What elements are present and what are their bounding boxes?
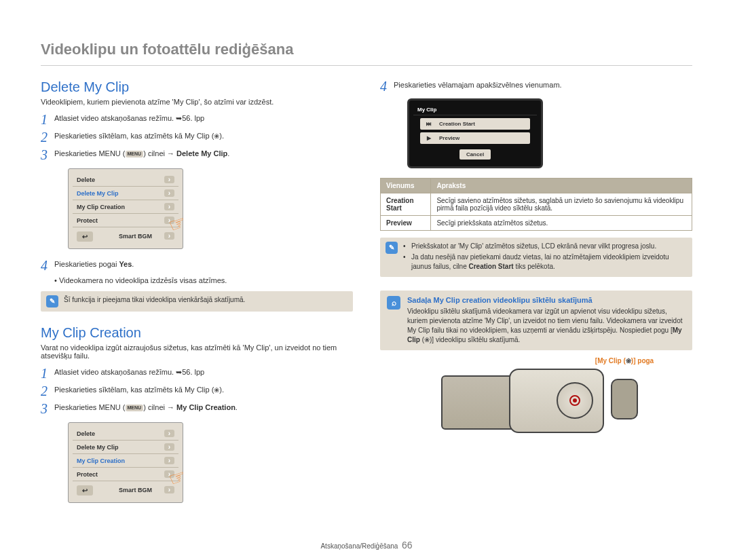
table-cell: Secīgi savieno atzīmētos sižetus, saglab…	[431, 193, 692, 216]
camcorder-lens	[611, 379, 638, 419]
info-icon: ✎	[386, 242, 398, 254]
step-number: 3	[41, 402, 54, 415]
table-cell: Secīgi priekšskata atzīmētos sižetus.	[431, 216, 692, 231]
menu-chip-icon: MENU	[126, 405, 144, 411]
step-number: 1	[41, 113, 54, 126]
chevron-right-icon: ›	[164, 443, 174, 451]
creation-intro: Varat no videoklipa izgūt aizraujošus si…	[41, 343, 353, 360]
tip-item: Ja datu nesējā nav pietiekami daudz viet…	[403, 253, 687, 272]
heading-delete-my-clip: Delete My Clip	[41, 79, 353, 95]
delete-intro: Videoklipiem, kuriem pievienota atzīme '…	[41, 98, 353, 106]
menu-item: Delete My Clip›	[73, 186, 178, 200]
step-number: 2	[41, 384, 54, 398]
divider	[41, 65, 692, 66]
info-icon: ✎	[46, 295, 58, 307]
thumbnail-callout: ⌕ Sadaļa My Clip creation videoklipu sīk…	[380, 291, 692, 350]
table-header: Apraksts	[431, 179, 692, 193]
chevron-right-icon: ›	[164, 176, 174, 183]
chevron-right-icon: ›	[164, 457, 174, 464]
menu-item: Delete›	[73, 173, 178, 186]
back-icon: ↩	[77, 231, 93, 242]
step-text: Pieskarieties sīktēlam, kas atzīmēts kā …	[54, 384, 353, 395]
device-submenu-screenshot: My Clip ⏭ Creation Start ▶ Preview Cance…	[407, 98, 543, 168]
menu-screenshot-delete: Delete› Delete My Clip› My Clip Creation…	[68, 168, 183, 249]
step-number: 3	[41, 148, 54, 162]
table-row: Creation Start Secīgi savieno atzīmētos …	[381, 193, 692, 216]
table-header: Vienums	[381, 179, 431, 193]
fast-forward-icon: ⏭	[424, 121, 434, 127]
menu-chip-icon: MENU	[126, 151, 144, 157]
menu-item: Delete My Clip›	[73, 440, 178, 453]
left-column: Delete My Clip Videoklipiem, kuriem piev…	[41, 79, 353, 512]
step-number: 2	[41, 130, 54, 144]
device-cancel: Cancel	[413, 147, 537, 162]
info-box: ✎ Priekšskatot ar 'My Clip' atzīmētos si…	[380, 238, 692, 277]
table-row: Preview Secīgi priekšskata atzīmētos siž…	[381, 216, 692, 231]
step-text: Pieskarieties MENU (MENU) cilnei → Delet…	[54, 148, 353, 159]
callout-title: Sadaļa My Clip creation videoklipu sīktē…	[407, 296, 685, 304]
menu-item: My Clip Creation›	[73, 200, 178, 213]
device-row: ⏭ Creation Start	[420, 118, 530, 130]
tip-item: Priekšskatot ar 'My Clip' atzīmētos siže…	[403, 242, 687, 251]
play-icon: ▶	[424, 135, 434, 141]
step-number: 1	[41, 367, 54, 380]
back-icon: ↩	[77, 485, 93, 496]
callout-body: Videoklipu sīktēlu skatījumā videokamera…	[407, 307, 685, 345]
chevron-right-icon: ›	[164, 203, 174, 210]
step-text: Atlasiet video atskaņošanas režīmu. ➥56.…	[54, 367, 353, 377]
menu-item: Protect›	[73, 467, 178, 481]
menu-item: ↩ Smart BGM›	[73, 227, 178, 244]
magnifier-icon: ⌕	[387, 296, 400, 310]
menu-item: My Clip Creation›	[73, 453, 178, 467]
device-header: My Clip	[413, 105, 537, 115]
step-text: Pieskarieties vēlamajam apakšizvēlnes vi…	[394, 79, 692, 90]
control-wheel	[557, 382, 593, 419]
chevron-right-icon: ›	[164, 430, 174, 437]
orange-annotation: [My Clip ()] poga	[380, 357, 692, 365]
page-footer: Atskaņošana/Rediģēšana 66	[0, 540, 733, 550]
step-text: Atlasiet video atskaņošanas režīmu. ➥56.…	[54, 113, 353, 124]
table-cell: Preview	[381, 216, 431, 231]
table-cell: Creation Start	[381, 193, 431, 216]
chevron-right-icon: ›	[164, 189, 174, 197]
step-text: Pieskarieties MENU (MENU) cilnei → My Cl…	[54, 402, 353, 413]
camcorder-illustration	[380, 369, 692, 443]
flower-icon	[626, 357, 631, 365]
menu-item: Protect›	[73, 213, 178, 227]
step-number: 4	[41, 259, 54, 272]
menu-item: ↩ Smart BGM›	[73, 481, 178, 498]
description-table: Vienums Apraksts Creation Start Secīgi s…	[380, 178, 692, 231]
right-column: 4 Pieskarieties vēlamajam apakšizvēlnes …	[380, 79, 692, 512]
sub-bullet: • Videokamera no videoklipa izdzēsīs vis…	[41, 276, 353, 284]
heading-my-clip-creation: My Clip Creation	[41, 325, 353, 341]
tip-list: Priekšskatot ar 'My Clip' atzīmētos siže…	[403, 242, 687, 273]
info-text: Šī funkcija ir pieejama tikai videoklipa…	[64, 295, 245, 305]
record-button-icon	[569, 395, 580, 406]
step-number: 4	[380, 79, 394, 93]
camcorder-body	[509, 369, 604, 433]
step-text: Pieskarieties pogai Yes.	[54, 259, 353, 269]
step-text: Pieskarieties sīktēlam, kas atzīmēts kā …	[54, 130, 353, 141]
flower-icon	[424, 336, 430, 343]
device-row: ▶ Preview	[420, 132, 530, 144]
menu-item: Delete›	[73, 427, 178, 440]
info-box: ✎ Šī funkcija ir pieejama tikai videokli…	[41, 291, 353, 312]
menu-screenshot-creation: Delete› Delete My Clip› My Clip Creation…	[68, 422, 183, 503]
page-title: Videoklipu un fotoattēlu rediģēšana	[41, 41, 692, 58]
